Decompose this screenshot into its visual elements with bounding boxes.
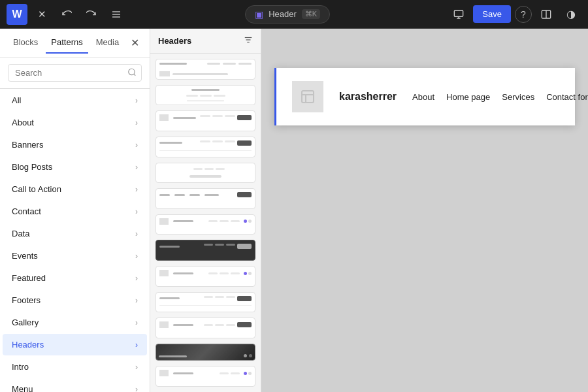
sidebar: Blocks Patterns Media ✕ All › About › <box>0 29 150 392</box>
sidebar-item-menu[interactable]: Menu › <box>3 378 147 392</box>
sidebar-tabs: Blocks Patterns Media ✕ <box>0 29 150 57</box>
contrast-button[interactable]: ◑ <box>561 4 581 25</box>
sidebar-item-headers[interactable]: Headers › <box>3 334 147 355</box>
tab-media[interactable]: Media <box>91 32 124 54</box>
toolbar: W ✕ ▣ Header ⌘K Save ? ◑ <box>0 0 588 29</box>
canvas-nav: About Home page Services Contact form <box>412 92 588 102</box>
header-pill-icon: ▣ <box>255 9 263 20</box>
chevron-right-icon: › <box>135 363 138 372</box>
chevron-right-icon: › <box>135 96 138 105</box>
sidebar-item-about[interactable]: About › <box>3 112 147 133</box>
save-button[interactable]: Save <box>473 5 511 23</box>
shortcut-badge: ⌘K <box>302 9 320 19</box>
canvas-nav-services: Services <box>502 92 534 102</box>
chevron-right-icon: › <box>135 296 138 305</box>
sidebar-item-events[interactable]: Events › <box>3 245 147 267</box>
pattern-thumbnail-10[interactable] <box>155 292 255 313</box>
svg-rect-3 <box>455 10 463 16</box>
pattern-thumbnail-3[interactable] <box>155 110 255 131</box>
close-button[interactable]: ✕ <box>31 4 52 25</box>
help-button[interactable]: ? <box>515 6 532 23</box>
header-pill-label: Header <box>269 9 297 19</box>
tab-blocks[interactable]: Blocks <box>8 32 43 54</box>
chevron-right-icon: › <box>135 140 138 150</box>
tab-patterns[interactable]: Patterns <box>46 32 88 54</box>
pattern-thumbnail-1[interactable] <box>155 59 255 80</box>
toolbar-center: ▣ Header ⌘K <box>131 5 444 24</box>
canvas-site-name: karasherrer <box>339 91 397 103</box>
desktop-view-button[interactable] <box>448 4 469 25</box>
chevron-right-icon: › <box>135 185 138 194</box>
pattern-thumbnail-4[interactable] <box>155 137 255 157</box>
header-pill[interactable]: ▣ Header ⌘K <box>245 5 330 24</box>
sidebar-item-all[interactable]: All › <box>3 90 147 111</box>
sidebar-list: All › About › Banners › Blog Posts › Cal… <box>0 89 150 392</box>
patterns-list <box>150 54 261 392</box>
pattern-thumbnail-5[interactable] <box>155 163 255 184</box>
undo-button[interactable] <box>56 4 77 25</box>
canvas-logo-placeholder <box>292 81 323 112</box>
sidebar-item-call-to-action[interactable]: Call to Action › <box>3 178 147 200</box>
pattern-thumbnail-11[interactable] <box>155 318 255 338</box>
pattern-thumbnail-2[interactable] <box>155 85 255 106</box>
patterns-panel: Headers <box>150 29 261 392</box>
canvas-nav-contact-form: Contact form <box>546 92 588 102</box>
pattern-thumbnail-12[interactable] <box>155 344 255 361</box>
sidebar-search-area <box>0 57 150 89</box>
sidebar-item-contact[interactable]: Contact › <box>3 201 147 222</box>
redo-button[interactable] <box>81 4 102 25</box>
canvas-nav-about: About <box>412 92 434 102</box>
pattern-thumbnail-9[interactable] <box>155 266 255 287</box>
sidebar-item-intro[interactable]: Intro › <box>3 356 147 378</box>
sidebar-item-banners[interactable]: Banners › <box>3 134 147 155</box>
search-icon <box>127 67 137 78</box>
chevron-right-icon: › <box>135 274 138 283</box>
toolbar-right: Save ? ◑ <box>448 4 581 25</box>
pattern-thumbnail-6[interactable] <box>155 188 255 209</box>
svg-rect-11 <box>302 91 314 103</box>
sidebar-item-featured[interactable]: Featured › <box>3 267 147 289</box>
pattern-thumbnail-7[interactable] <box>155 214 255 235</box>
chevron-right-icon: › <box>135 163 138 172</box>
canvas-nav-home-page: Home page <box>446 92 490 102</box>
sidebar-close-button[interactable]: ✕ <box>128 34 142 52</box>
sidebar-item-gallery[interactable]: Gallery › <box>3 312 147 333</box>
pattern-thumbnail-8[interactable] <box>155 240 255 261</box>
chevron-right-icon: › <box>135 385 138 393</box>
patterns-title: Headers <box>158 36 191 46</box>
list-view-button[interactable] <box>106 4 127 25</box>
svg-point-6 <box>129 69 135 74</box>
pattern-thumbnail-13[interactable] <box>155 366 255 387</box>
chevron-right-icon: › <box>135 252 138 261</box>
chevron-right-icon: › <box>135 118 138 127</box>
wp-logo[interactable]: W <box>7 4 27 25</box>
main-layout: Blocks Patterns Media ✕ All › About › <box>0 29 588 392</box>
canvas-area: karasherrer About Home page Services Con… <box>261 29 588 392</box>
sidebar-item-blog-posts[interactable]: Blog Posts › <box>3 156 147 178</box>
canvas-frame: karasherrer About Home page Services Con… <box>274 68 575 125</box>
sidebar-item-data[interactable]: Data › <box>3 223 147 244</box>
chevron-right-icon: › <box>135 318 138 327</box>
filter-icon[interactable] <box>244 35 253 46</box>
chevron-right-icon-active: › <box>135 340 138 350</box>
svg-line-7 <box>134 74 136 76</box>
patterns-header: Headers <box>150 29 261 54</box>
chevron-right-icon: › <box>135 207 138 216</box>
search-input[interactable] <box>8 64 142 82</box>
sidebar-item-footers[interactable]: Footers › <box>3 289 147 311</box>
chevron-right-icon: › <box>135 229 138 238</box>
split-view-button[interactable] <box>536 4 557 25</box>
toolbar-left: W ✕ <box>7 4 127 25</box>
